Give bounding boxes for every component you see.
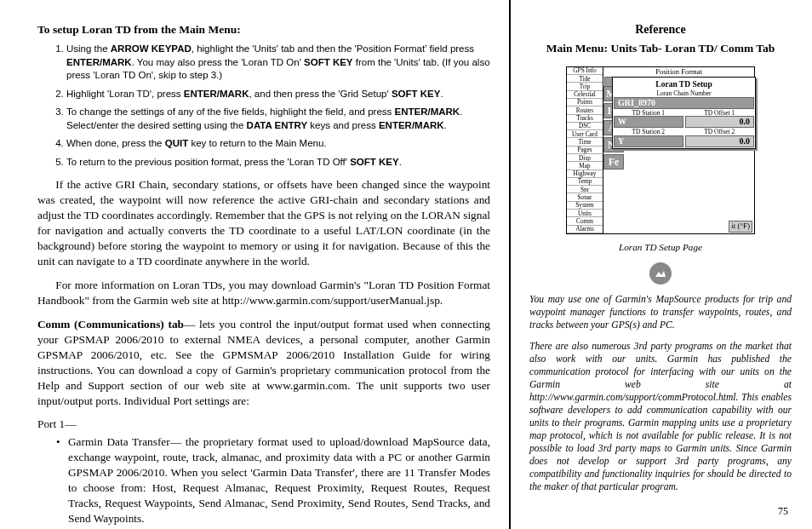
gps-tab: DSC	[567, 123, 603, 130]
gps-tab: GPS Info	[567, 67, 603, 75]
gps-tab: Temp	[567, 178, 603, 186]
step-5: To return to the previous position forma…	[66, 156, 490, 170]
td-station-2-value: Y	[614, 135, 683, 147]
td-offset-2-value: 0.0	[685, 135, 755, 147]
gps-tab: Map	[567, 162, 603, 170]
step-3: To change the settings of any of the fiv…	[66, 106, 490, 132]
step-4: When done, press the QUIT key to return …	[66, 137, 490, 151]
setup-heading: To setup Loran TD from the Main Menu:	[37, 22, 490, 37]
gps-tab: Snr	[567, 186, 603, 193]
td-offset-2-label: TD Offset 2	[685, 129, 755, 135]
gps-tab: User Card	[567, 130, 603, 138]
sidebar-column: Reference Main Menu: Units Tab- Loran TD…	[511, 0, 812, 529]
gps-tab: Points	[567, 99, 603, 106]
gps-tab: Time	[567, 138, 603, 146]
unit-fragment: it (°F)	[729, 221, 752, 233]
gps-screen: GPS InfoTideTripCelestialPointsRoutesTra…	[566, 66, 755, 234]
gps-tab: Tide	[567, 75, 603, 83]
gps-tab: Pages	[567, 147, 603, 154]
position-format-label: Position Format	[603, 67, 754, 77]
figure-caption: Loran TD Setup Page	[529, 241, 792, 254]
td-offset-1-value: 0.0	[685, 116, 755, 128]
gps-figure: GPS InfoTideTripCelestialPointsRoutesTra…	[529, 66, 792, 234]
gps-tab: Alarms	[567, 226, 603, 233]
gps-tab: Celestial	[567, 91, 603, 99]
gps-tab: Tracks	[567, 115, 603, 123]
para-more-info: For more information on Loran TDs, you m…	[37, 278, 490, 308]
sidebar-para-3rdparty: There are also numerous 3rd party progra…	[529, 340, 792, 494]
td-station-1-label: TD Station 1	[614, 110, 683, 117]
gps-tab-list: GPS InfoTideTripCelestialPointsRoutesTra…	[567, 67, 603, 233]
step-2: Highlight 'Loran TD', press ENTER/MARK, …	[66, 88, 490, 101]
reference-heading: Reference	[529, 22, 792, 37]
step-1: Using the ARROW KEYPAD, highlight the 'U…	[66, 43, 490, 83]
reference-subheading: Main Menu: Units Tab- Loran TD/ Comm Tab	[529, 41, 792, 56]
chain-value: GRI_8970	[614, 97, 754, 109]
bullet-garmin-transfer: Garmin Data Transfer— the proprietary fo…	[68, 434, 490, 526]
tip-icon	[649, 262, 672, 285]
sidebar-para-mapsource: You may use one of Garmin's MapSource pr…	[529, 293, 792, 331]
gps-tab: System	[567, 202, 603, 210]
dialog-title: Loran TD Setup	[614, 78, 754, 90]
gps-main-panel: Position Format Loran TD MaHeAtNaFe Lora…	[603, 67, 754, 233]
port-1-bullets: Garmin Data Transfer— the proprietary fo…	[37, 434, 490, 526]
gps-tab: Units	[567, 210, 603, 217]
gps-tab: Sonar	[567, 193, 603, 201]
setup-steps: Using the ARROW KEYPAD, highlight the 'U…	[37, 43, 490, 169]
gps-tab: Trip	[567, 83, 603, 90]
td-station-2-label: TD Station 2	[614, 129, 683, 135]
main-text-column: To setup Loran TD from the Main Menu: Us…	[0, 0, 511, 529]
gps-tab: Disp	[567, 154, 603, 162]
gps-tab: Highway	[567, 170, 603, 178]
gps-tab: Routes	[567, 106, 603, 114]
td-offset-1-label: TD Offset 1	[685, 110, 755, 117]
para-comm-tab: Comm (Communications) tab— lets you cont…	[37, 317, 490, 409]
loran-td-dialog: Loran TD Setup Loran Chain Number GRI_89…	[612, 77, 756, 149]
td-station-1-value: W	[614, 116, 683, 128]
gps-tab: Comm	[567, 217, 603, 225]
page-number: 75	[778, 505, 788, 519]
chain-label: Loran Chain Number	[614, 90, 754, 97]
port-1-label: Port 1—	[37, 417, 490, 432]
para-gri-chain: If the active GRI Chain, secondary stati…	[37, 177, 490, 269]
